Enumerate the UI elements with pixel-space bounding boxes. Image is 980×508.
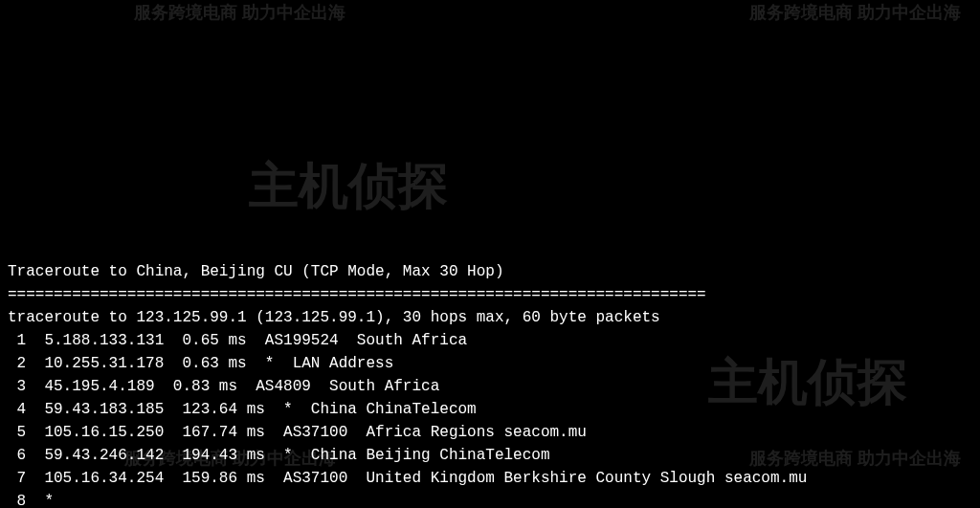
watermark-text: 服务跨境电商 助力中企出海 (134, 0, 345, 26)
traceroute-info: traceroute to 123.125.99.1 (123.125.99.1… (8, 306, 972, 329)
hop-line: 2 10.255.31.178 0.63 ms * LAN Address (8, 352, 972, 375)
hop-line: 7 105.16.34.254 159.86 ms AS37100 United… (8, 467, 972, 490)
terminal-output: Traceroute to China, Beijing CU (TCP Mod… (8, 260, 972, 508)
separator-line: ========================================… (8, 283, 972, 306)
hop-line: 3 45.195.4.189 0.83 ms AS4809 South Afri… (8, 375, 972, 398)
traceroute-title: Traceroute to China, Beijing CU (TCP Mod… (8, 260, 972, 283)
hop-line: 8 * (8, 490, 972, 508)
watermark-text: 主机侦探 (249, 148, 448, 223)
hop-line: 1 5.188.133.131 0.65 ms AS199524 South A… (8, 329, 972, 352)
hop-line: 6 59.43.246.142 194.43 ms * China Beijin… (8, 444, 972, 467)
watermark-text: 服务跨境电商 助力中企出海 (749, 0, 961, 26)
hop-line: 4 59.43.183.185 123.64 ms * China ChinaT… (8, 398, 972, 421)
hop-line: 5 105.16.15.250 167.74 ms AS37100 Africa… (8, 421, 972, 444)
